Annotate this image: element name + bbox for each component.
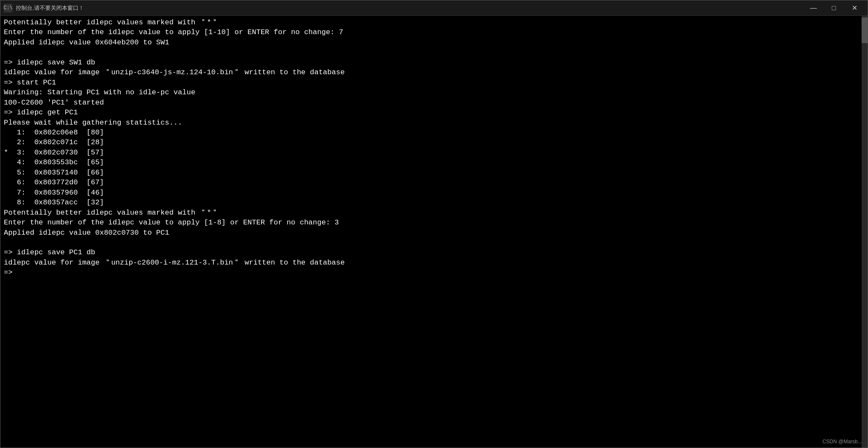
window-icon: C:\	[4, 4, 12, 12]
title-bar: C:\ 控制台,请不要关闭本窗口！ — □ ✕	[0, 0, 868, 16]
close-button[interactable]: ✕	[845, 2, 864, 15]
window-title: 控制台,请不要关闭本窗口！	[16, 4, 804, 12]
maximize-button[interactable]: □	[824, 2, 844, 15]
terminal-window: C:\ 控制台,请不要关闭本窗口！ — □ ✕ Potentially bett…	[0, 0, 868, 448]
terminal-content: Potentially better idlepc values marked …	[0, 16, 868, 448]
window-controls: — □ ✕	[804, 2, 864, 15]
watermark: CSDN @Marsb...	[822, 439, 862, 445]
scrollbar-thumb[interactable]	[862, 17, 868, 43]
terminal-output: Potentially better idlepc values marked …	[4, 17, 864, 278]
minimize-button[interactable]: —	[804, 2, 823, 15]
scrollbar[interactable]	[862, 16, 868, 448]
